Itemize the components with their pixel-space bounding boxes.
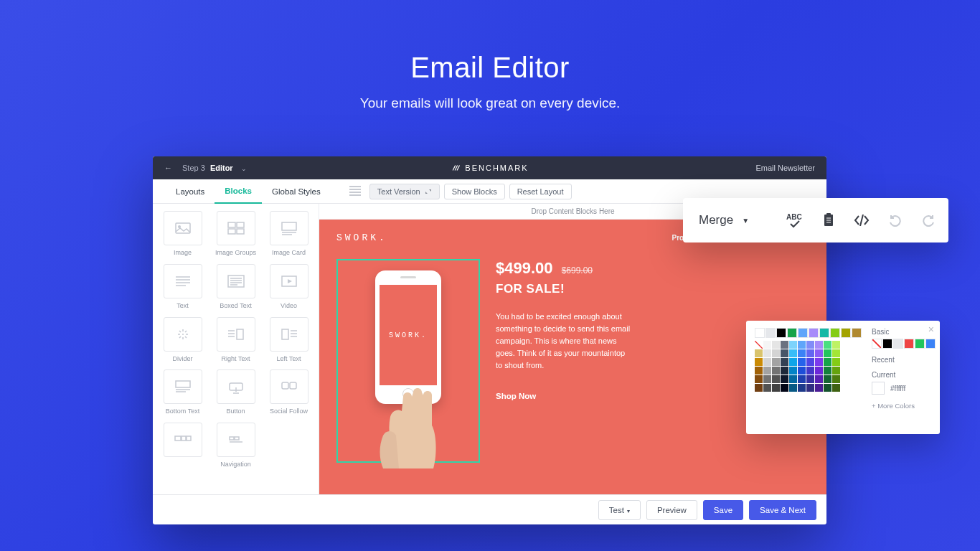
- swatch[interactable]: [806, 341, 814, 349]
- swatch[interactable]: [789, 358, 797, 366]
- current-swatch[interactable]: [872, 382, 885, 395]
- basic-swatch[interactable]: [882, 339, 892, 349]
- selected-image-block[interactable]: SWORK.: [336, 259, 480, 463]
- swatch[interactable]: [781, 384, 788, 392]
- swatch[interactable]: [765, 328, 776, 338]
- swatch[interactable]: [789, 367, 797, 375]
- swatch[interactable]: [806, 349, 814, 357]
- block-right-text[interactable]: Right Text: [213, 317, 259, 363]
- basic-swatch[interactable]: [893, 339, 903, 349]
- block-image-card[interactable]: Image Card: [266, 211, 312, 257]
- swatch[interactable]: [798, 328, 808, 338]
- swatch[interactable]: [781, 341, 788, 349]
- swatch[interactable]: [815, 384, 823, 392]
- redo-icon[interactable]: [921, 214, 936, 227]
- swatch[interactable]: [755, 375, 763, 383]
- swatch[interactable]: [763, 384, 771, 392]
- swatch[interactable]: [824, 358, 831, 366]
- swatch[interactable]: [806, 367, 814, 375]
- swatch[interactable]: [798, 358, 806, 366]
- block-item[interactable]: [160, 423, 206, 468]
- swatch[interactable]: [832, 375, 840, 383]
- shop-now-link[interactable]: Shop Now: [496, 392, 536, 400]
- code-icon[interactable]: [854, 215, 870, 226]
- swatch[interactable]: [832, 341, 840, 349]
- basic-swatch[interactable]: [872, 339, 882, 349]
- block-navigation[interactable]: Navigation: [213, 423, 259, 468]
- block-image-groups[interactable]: Image Groups: [213, 211, 259, 257]
- swatch[interactable]: [806, 384, 814, 392]
- swatch[interactable]: [755, 358, 763, 366]
- basic-swatch[interactable]: [925, 339, 936, 349]
- block-image[interactable]: Image: [160, 211, 206, 257]
- swatch[interactable]: [781, 349, 788, 357]
- swatch[interactable]: [789, 375, 797, 383]
- basic-swatch[interactable]: [915, 339, 925, 349]
- swatch[interactable]: [798, 375, 806, 383]
- swatch[interactable]: [798, 349, 806, 357]
- swatch[interactable]: [772, 349, 780, 357]
- swatch[interactable]: [763, 375, 771, 383]
- spellcheck-icon[interactable]: ABC: [786, 212, 804, 228]
- swatch[interactable]: [798, 384, 806, 392]
- back-icon[interactable]: ←: [164, 164, 172, 172]
- block-divider[interactable]: Divider: [160, 317, 206, 363]
- swatch[interactable]: [772, 341, 780, 349]
- swatch[interactable]: [789, 349, 797, 357]
- swatch[interactable]: [763, 341, 771, 349]
- list-view-icon[interactable]: [349, 186, 361, 197]
- block-left-text[interactable]: Left Text: [266, 317, 312, 363]
- swatch[interactable]: [830, 328, 840, 338]
- step-indicator[interactable]: Step 3 Editor ⌄: [182, 164, 247, 172]
- block-boxed-text[interactable]: Boxed Text: [213, 264, 259, 310]
- swatch[interactable]: [781, 375, 788, 383]
- reset-layout-button[interactable]: Reset Layout: [509, 184, 572, 199]
- swatch[interactable]: [806, 375, 814, 383]
- newsletter-label[interactable]: Email Newsletter: [755, 164, 815, 172]
- swatch[interactable]: [798, 367, 806, 375]
- swatch[interactable]: [789, 384, 797, 392]
- tab-global-styles[interactable]: Global Styles: [262, 179, 331, 204]
- block-text[interactable]: Text: [160, 264, 206, 310]
- block-bottom-text[interactable]: Bottom Text: [160, 369, 206, 415]
- preview-button[interactable]: Preview: [646, 500, 697, 520]
- close-icon[interactable]: ×: [928, 324, 934, 335]
- swatch[interactable]: [815, 341, 823, 349]
- test-button[interactable]: Test▾: [598, 500, 641, 520]
- swatch[interactable]: [841, 328, 851, 338]
- swatch[interactable]: [815, 358, 823, 366]
- swatch[interactable]: [824, 384, 831, 392]
- swatch[interactable]: [815, 349, 823, 357]
- swatch[interactable]: [776, 328, 786, 338]
- swatch[interactable]: [755, 384, 763, 392]
- swatch[interactable]: [824, 349, 831, 357]
- swatch[interactable]: [789, 341, 797, 349]
- swatch[interactable]: [763, 358, 771, 366]
- block-button[interactable]: Button: [213, 369, 259, 415]
- save-next-button[interactable]: Save & Next: [749, 500, 816, 520]
- swatch[interactable]: [763, 367, 771, 375]
- swatch[interactable]: [781, 367, 788, 375]
- swatch[interactable]: [824, 375, 831, 383]
- tab-blocks[interactable]: Blocks: [215, 179, 262, 204]
- swatch[interactable]: [755, 367, 763, 375]
- swatch[interactable]: [772, 358, 780, 366]
- swatch[interactable]: [763, 349, 771, 357]
- no-color-swatch[interactable]: [755, 341, 763, 349]
- swatch[interactable]: [824, 341, 831, 349]
- swatch[interactable]: [832, 358, 840, 366]
- swatch[interactable]: [787, 328, 797, 338]
- swatch[interactable]: [755, 349, 763, 357]
- block-video[interactable]: Video: [266, 264, 312, 310]
- swatch[interactable]: [755, 328, 765, 338]
- swatch[interactable]: [772, 367, 780, 375]
- more-colors-link[interactable]: + More Colors: [872, 402, 936, 410]
- swatch[interactable]: [824, 367, 831, 375]
- swatch[interactable]: [809, 328, 819, 338]
- swatch[interactable]: [772, 375, 780, 383]
- swatch[interactable]: [781, 358, 788, 366]
- swatch[interactable]: [832, 349, 840, 357]
- text-version-button[interactable]: Text Version: [369, 184, 440, 199]
- swatch[interactable]: [798, 341, 806, 349]
- swatch[interactable]: [819, 328, 829, 338]
